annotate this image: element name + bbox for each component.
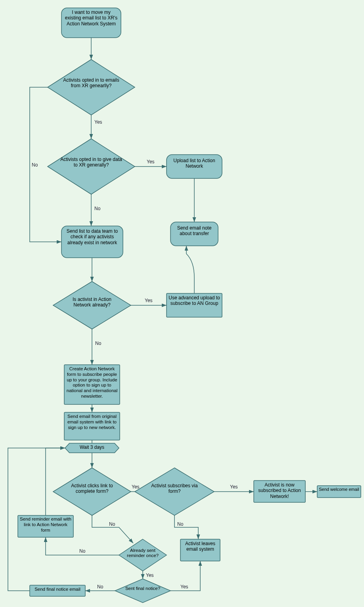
node-now-sub-text: Activist is now subscribed to Action Net… xyxy=(256,482,303,499)
label-yes: Yes xyxy=(94,119,102,125)
node-is-in-an-text: Is activist in Action Network already? xyxy=(65,297,119,308)
node-clicks-link: Activist clicks link to complete form? xyxy=(53,468,131,515)
node-send-data-team: Send list to data team to check if any a… xyxy=(61,226,123,258)
node-send-final-text: Send final notice email xyxy=(31,587,84,592)
label-no-7: No xyxy=(97,584,103,590)
node-subscribes: Activist subscribes via form? xyxy=(135,468,214,515)
node-opted-data: Activists opted in to give data to XR ge… xyxy=(48,139,135,194)
node-send-note: Send email note about transfer xyxy=(171,222,218,246)
label-yes-2: Yes xyxy=(147,159,155,165)
label-yes-4: Yes xyxy=(132,484,140,490)
node-send-note-text: Send email note about transfer xyxy=(172,225,216,237)
node-upload-list: Upload list to Action Network xyxy=(167,155,222,178)
flowchart-canvas: I want to move my existing email list to… xyxy=(0,0,364,607)
node-subscribes-text: Activist subscribes via form? xyxy=(151,483,198,494)
node-welcome-text: Send welcome email xyxy=(318,487,360,492)
label-no-2: No xyxy=(94,206,101,211)
node-sent-final-text: Sent final notice? xyxy=(125,586,161,591)
node-adv-upload: Use advanced upload to subscribe to AN G… xyxy=(167,293,222,317)
label-no-5: No xyxy=(177,521,184,527)
node-opted-emails: Activists opted in to emails from XR gen… xyxy=(48,59,135,115)
label-no-6: No xyxy=(79,548,86,554)
node-start-text: I want to move my existing email list to… xyxy=(63,9,119,27)
node-is-in-an: Is activist in Action Network already? xyxy=(53,281,131,329)
node-welcome: Send welcome email xyxy=(317,486,361,498)
label-no: No xyxy=(32,162,38,168)
node-send-email-text: Send email from original email system wi… xyxy=(66,414,118,430)
node-start: I want to move my existing email list to… xyxy=(61,8,121,38)
node-leaves-text: Activist leaves email system xyxy=(182,541,218,552)
node-create-form: Create Action Network form to subscribe … xyxy=(64,365,120,404)
node-send-email: Send email from original email system wi… xyxy=(64,412,120,440)
node-leaves: Activist leaves email system xyxy=(180,539,220,561)
node-sent-final: Sent final notice? xyxy=(115,579,171,603)
label-yes-5: Yes xyxy=(230,484,238,490)
node-reminder-text: Send reminder email with link to Action … xyxy=(20,517,71,533)
node-upload-list-text: Upload list to Action Network xyxy=(169,158,220,169)
node-send-data-team-text: Send list to data team to check if any a… xyxy=(63,228,121,245)
node-already-sent: Already sent reminder once? xyxy=(119,539,167,571)
node-opted-data-text: Activists opted in to give data to XR ge… xyxy=(59,157,123,168)
label-no-4: No xyxy=(109,521,115,527)
node-reminder: Send reminder email with link to Action … xyxy=(18,515,73,537)
node-opted-emails-text: Activists opted in to emails from XR gen… xyxy=(59,77,123,89)
label-yes-6: Yes xyxy=(146,573,154,578)
label-yes-7: Yes xyxy=(180,584,188,590)
label-no-3: No xyxy=(95,341,102,346)
node-wait-3-days: Wait 3 days xyxy=(65,443,119,453)
node-send-final: Send final notice email xyxy=(30,585,85,596)
node-adv-upload-text: Use advanced upload to subscribe to AN G… xyxy=(169,295,220,306)
node-create-form-text: Create Action Network form to subscribe … xyxy=(66,366,118,399)
node-wait-text: Wait 3 days xyxy=(71,444,113,451)
label-yes-3: Yes xyxy=(145,298,153,303)
node-clicks-text: Activist clicks link to complete form? xyxy=(68,483,116,494)
node-now-subscribed: Activist is now subscribed to Action Net… xyxy=(254,481,305,502)
node-already-sent-text: Already sent reminder once? xyxy=(125,548,160,558)
